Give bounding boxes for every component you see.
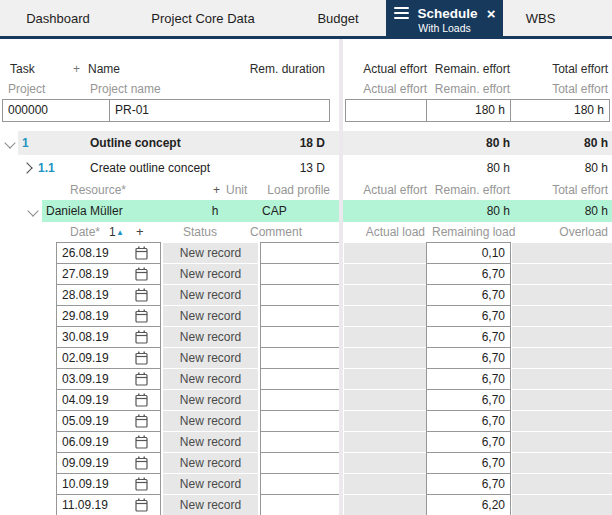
- col-rem-duration[interactable]: Rem. duration: [230, 59, 325, 79]
- task-name[interactable]: Outline concept: [90, 131, 181, 155]
- calendar-icon[interactable]: [135, 267, 148, 281]
- comment-field[interactable]: [260, 284, 340, 306]
- task-name[interactable]: Create outline concept: [90, 157, 210, 179]
- tab-label: WBS: [526, 11, 556, 26]
- project-name-field[interactable]: PR-01: [109, 99, 330, 122]
- day-row: 09.09.19 New record 6,70: [0, 452, 612, 474]
- resource-total-effort: 80 h: [520, 200, 608, 222]
- status-cell: New record: [163, 264, 258, 284]
- add-day-icon[interactable]: +: [136, 224, 144, 240]
- actual-load-cell: [344, 327, 427, 347]
- col-name[interactable]: Name: [88, 59, 120, 79]
- expand-icon[interactable]: [21, 162, 32, 173]
- remaining-load-field[interactable]: 6,70: [426, 305, 511, 327]
- col-task[interactable]: Task: [10, 59, 35, 79]
- remaining-load-field[interactable]: 6,70: [426, 284, 511, 306]
- collapse-icon[interactable]: [27, 205, 38, 216]
- calendar-icon[interactable]: [135, 414, 148, 428]
- comment-field[interactable]: [260, 494, 340, 515]
- actual-load-cell: [344, 390, 427, 410]
- tab-dashboard[interactable]: Dashboard: [0, 0, 116, 36]
- remaining-load-field[interactable]: 6,20: [426, 494, 511, 515]
- menu-icon[interactable]: [394, 7, 409, 20]
- comment-field[interactable]: [260, 473, 340, 495]
- calendar-icon[interactable]: [135, 393, 148, 407]
- col-unit: Unit: [226, 182, 247, 198]
- remaining-load-field[interactable]: 6,70: [426, 473, 511, 495]
- calendar-icon[interactable]: [135, 309, 148, 323]
- tab-bar: Dashboard Project Core Data Budget Sched…: [0, 0, 612, 36]
- status-cell: New record: [163, 474, 258, 494]
- comment-field[interactable]: [260, 347, 340, 369]
- status-cell: New record: [163, 432, 258, 452]
- sort-asc-icon[interactable]: ▲: [116, 225, 124, 241]
- calendar-icon[interactable]: [135, 246, 148, 260]
- remaining-load-field[interactable]: 0,10: [426, 242, 511, 264]
- status-cell: New record: [163, 285, 258, 305]
- status-cell: New record: [163, 453, 258, 473]
- actual-load-cell: [344, 432, 427, 452]
- project-subheader-row: Project Project name Actual effort Remai…: [0, 81, 612, 97]
- actual-load-cell: [344, 453, 427, 473]
- col-load-profile: Load profile: [250, 182, 330, 198]
- remaining-load-field[interactable]: 6,70: [426, 347, 511, 369]
- remaining-load-field[interactable]: 6,70: [426, 410, 511, 432]
- calendar-icon[interactable]: [135, 456, 148, 470]
- col-actual-effort[interactable]: Actual effort: [345, 59, 427, 79]
- col-project-name: Project name: [90, 81, 161, 97]
- calendar-icon[interactable]: [135, 435, 148, 449]
- actual-load-cell: [344, 474, 427, 494]
- project-actual-effort-field[interactable]: [345, 99, 427, 122]
- add-column-icon[interactable]: +: [73, 59, 80, 79]
- col-remain-effort[interactable]: Remain. effort: [425, 59, 510, 79]
- comment-field[interactable]: [260, 368, 340, 390]
- tab-label: Dashboard: [26, 11, 90, 26]
- comment-field[interactable]: [260, 410, 340, 432]
- tab-schedule[interactable]: Schedule × With Loads: [386, 0, 503, 39]
- resource-row[interactable]: Daniela Müller h CAP 80 h 80 h: [0, 200, 612, 222]
- remaining-load-field[interactable]: 6,70: [426, 263, 511, 285]
- tab-project-core-data[interactable]: Project Core Data: [116, 0, 290, 36]
- calendar-icon[interactable]: [135, 351, 148, 365]
- calendar-icon[interactable]: [135, 498, 148, 512]
- comment-field[interactable]: [260, 242, 340, 264]
- day-row: 28.08.19 New record 6,70: [0, 284, 612, 306]
- col-project: Project: [8, 81, 45, 97]
- comment-field[interactable]: [260, 263, 340, 285]
- comment-field[interactable]: [260, 431, 340, 453]
- remaining-load-field[interactable]: 6,70: [426, 389, 511, 411]
- calendar-icon[interactable]: [135, 330, 148, 344]
- comment-field[interactable]: [260, 452, 340, 474]
- remaining-load-field[interactable]: 6,70: [426, 368, 511, 390]
- task-number[interactable]: 1.1: [38, 157, 55, 179]
- calendar-icon[interactable]: [135, 288, 148, 302]
- project-total-effort-field[interactable]: 180 h: [510, 99, 610, 122]
- collapse-icon[interactable]: [4, 137, 15, 148]
- comment-field[interactable]: [260, 389, 340, 411]
- resource-name[interactable]: Daniela Müller: [46, 200, 123, 222]
- calendar-icon[interactable]: [135, 372, 148, 386]
- col-status: Status: [183, 224, 217, 240]
- task-number[interactable]: 1: [22, 131, 29, 155]
- close-icon[interactable]: ×: [487, 6, 496, 21]
- col-total-effort: Total effort: [520, 81, 608, 97]
- remaining-load-field[interactable]: 6,70: [426, 326, 511, 348]
- col-actual-effort: Actual effort: [345, 182, 427, 198]
- load-header-row: Date* 1 ▲ + Status Comment Actual load R…: [0, 224, 612, 240]
- comment-field[interactable]: [260, 326, 340, 348]
- app-window: Dashboard Project Core Data Budget Sched…: [0, 0, 612, 515]
- project-id-field[interactable]: 000000: [2, 99, 110, 122]
- add-resource-icon[interactable]: +: [213, 182, 220, 198]
- overload-cell: [512, 264, 612, 284]
- tab-wbs[interactable]: WBS: [503, 0, 578, 36]
- remaining-load-field[interactable]: 6,70: [426, 452, 511, 474]
- sort-priority[interactable]: 1: [109, 224, 116, 240]
- project-remain-effort-field[interactable]: 180 h: [426, 99, 511, 122]
- day-row: 04.09.19 New record 6,70: [0, 389, 612, 411]
- calendar-icon[interactable]: [135, 477, 148, 491]
- tab-budget[interactable]: Budget: [290, 0, 386, 36]
- remaining-load-field[interactable]: 6,70: [426, 431, 511, 453]
- col-total-effort[interactable]: Total effort: [520, 59, 608, 79]
- status-cell: New record: [163, 327, 258, 347]
- comment-field[interactable]: [260, 305, 340, 327]
